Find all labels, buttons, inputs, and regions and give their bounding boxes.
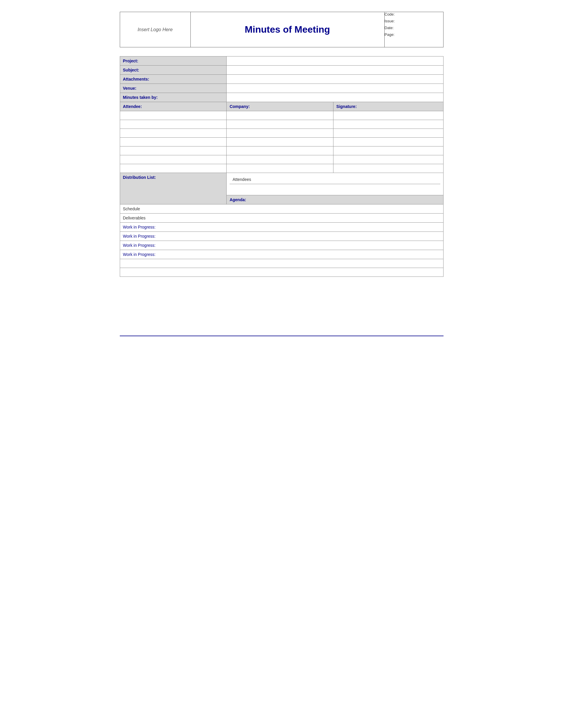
minutes-taken-row: Minutes taken by: (120, 93, 443, 102)
attendee-3-company[interactable] (226, 129, 334, 138)
attendee-6-company[interactable] (226, 155, 334, 164)
attendee-7-name[interactable] (120, 164, 226, 173)
attachments-label: Attachments: (120, 75, 226, 84)
attendee-1-name[interactable] (120, 111, 226, 120)
attendee-4-company[interactable] (226, 138, 334, 146)
minutes-taken-label: Minutes taken by: (120, 93, 226, 102)
attendee-row-5 (120, 146, 443, 155)
attendee-header-row: Attendee: Company: Signature: (120, 102, 443, 111)
deliverables-row: Deliverables (120, 214, 443, 223)
bottom-empty-row-2 (120, 268, 443, 277)
attendee-5-name[interactable] (120, 146, 226, 155)
bottom-empty-1[interactable] (120, 259, 443, 268)
page-label: Page: (385, 32, 443, 37)
work-progress-1-label: Work in Progress: (123, 225, 156, 229)
subject-row: Subject: (120, 66, 443, 75)
attendee-7-company[interactable] (226, 164, 334, 173)
subject-label: Subject: (120, 66, 226, 75)
venue-row: Venue: (120, 84, 443, 93)
issue-label: Issue: (385, 19, 443, 23)
bottom-empty-2[interactable] (120, 268, 443, 277)
project-label: Project: (120, 56, 226, 66)
agenda-label: Agenda: (226, 195, 443, 204)
work-progress-4-label: Work in Progress: (123, 252, 156, 257)
distribution-label: Distribution List: (120, 173, 226, 204)
logo-placeholder: Insert Logo Here (137, 27, 172, 32)
title-cell: Minutes of Meeting (190, 12, 384, 47)
main-form-table: Project: Subject: Attachments: Venue: Mi… (120, 56, 444, 277)
work-progress-2-label: Work in Progress: (123, 234, 156, 239)
attendee-2-name[interactable] (120, 120, 226, 129)
attendee-row-1 (120, 111, 443, 120)
attendee-5-signature[interactable] (333, 146, 443, 155)
attendee-2-signature[interactable] (333, 120, 443, 129)
venue-label: Venue: (120, 84, 226, 93)
attendee-row-2 (120, 120, 443, 129)
deliverables-label: Deliverables (123, 216, 146, 220)
attendee-3-name[interactable] (120, 129, 226, 138)
attendee-row-4 (120, 138, 443, 146)
attachments-value[interactable] (226, 75, 443, 84)
work-progress-3-label: Work in Progress: (123, 243, 156, 248)
work-progress-row-4: Work in Progress: (120, 250, 443, 259)
work-progress-1-value[interactable]: Work in Progress: (120, 223, 443, 232)
work-progress-3-value[interactable]: Work in Progress: (120, 241, 443, 250)
venue-value[interactable] (226, 84, 443, 93)
attendee-6-signature[interactable] (333, 155, 443, 164)
attendee-col-header: Attendee: (120, 102, 226, 111)
attendee-5-company[interactable] (226, 146, 334, 155)
subject-value[interactable] (226, 66, 443, 75)
document-title: Minutes of Meeting (245, 24, 330, 35)
schedule-label: Schedule (123, 206, 140, 211)
attendee-row-3 (120, 129, 443, 138)
work-progress-row-2: Work in Progress: (120, 232, 443, 241)
work-progress-4-value[interactable]: Work in Progress: (120, 250, 443, 259)
work-progress-row-1: Work in Progress: (120, 223, 443, 232)
schedule-value[interactable]: Schedule (120, 204, 443, 214)
attachments-row: Attachments: (120, 75, 443, 84)
attendee-row-6 (120, 155, 443, 164)
meta-cell: Code: Issue: Date: Page: (384, 12, 443, 47)
attendee-2-company[interactable] (226, 120, 334, 129)
attendee-6-name[interactable] (120, 155, 226, 164)
code-label: Code: (385, 12, 443, 16)
deliverables-value[interactable]: Deliverables (120, 214, 443, 223)
company-col-header: Company: (226, 102, 334, 111)
attendee-row-7 (120, 164, 443, 173)
bottom-empty-row-1 (120, 259, 443, 268)
attendee-7-signature[interactable] (333, 164, 443, 173)
attendee-4-signature[interactable] (333, 138, 443, 146)
work-progress-2-value[interactable]: Work in Progress: (120, 232, 443, 241)
work-progress-row-3: Work in Progress: (120, 241, 443, 250)
distribution-attendees: Attendees (229, 175, 440, 184)
date-label: Date: (385, 26, 443, 30)
schedule-row: Schedule (120, 204, 443, 214)
header-table: Insert Logo Here Minutes of Meeting Code… (120, 12, 444, 47)
distribution-row: Distribution List: Attendees (120, 173, 443, 195)
attendee-1-signature[interactable] (333, 111, 443, 120)
minutes-taken-value[interactable] (226, 93, 443, 102)
project-value[interactable] (226, 56, 443, 66)
signature-col-header: Signature: (333, 102, 443, 111)
attendee-4-name[interactable] (120, 138, 226, 146)
distribution-content: Attendees (226, 173, 443, 195)
footer-line (120, 336, 444, 336)
logo-cell: Insert Logo Here (120, 12, 190, 47)
project-row: Project: (120, 56, 443, 66)
attendee-3-signature[interactable] (333, 129, 443, 138)
attendee-1-company[interactable] (226, 111, 334, 120)
distribution-empty[interactable] (229, 184, 440, 193)
